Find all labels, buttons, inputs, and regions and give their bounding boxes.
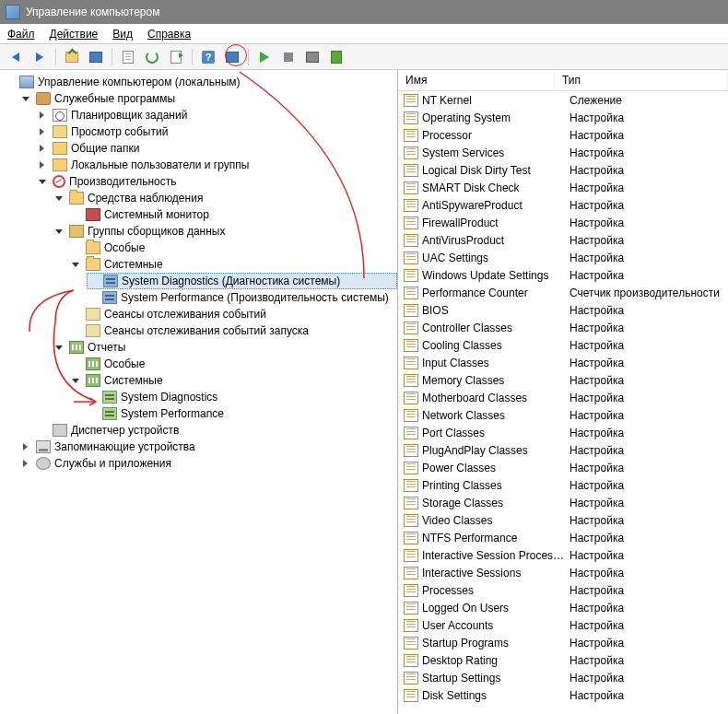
tree-report-system-performance[interactable]: System Performance [87, 405, 397, 422]
list-row[interactable]: Printing ClassesНастройка [398, 476, 728, 494]
list-row[interactable]: Port ClassesНастройка [398, 424, 728, 441]
tree-root[interactable]: Управление компьютером (локальным) [4, 74, 397, 90]
list-row[interactable]: Logged On UsersНастройка [398, 599, 728, 616]
play-button[interactable] [254, 47, 275, 67]
tree-system-monitor[interactable]: Системный монитор [70, 206, 397, 223]
column-header-type[interactable]: Тип [555, 70, 728, 90]
twistie-icon[interactable] [70, 376, 80, 386]
config-item-icon [404, 584, 418, 597]
tree-services-apps[interactable]: Службы и приложения [20, 455, 397, 472]
row-name: Memory Classes [422, 374, 569, 387]
menu-help[interactable]: Справка [147, 28, 191, 41]
row-name: Disk Settings [422, 689, 569, 702]
list-row[interactable]: FirewallProductНастройка [398, 214, 728, 231]
tree-reports-system[interactable]: Системные [70, 372, 397, 389]
twistie-icon[interactable] [20, 94, 30, 104]
tree-report-system-diagnostics[interactable]: System Diagnostics [87, 389, 397, 405]
show-hide-button[interactable] [86, 47, 106, 67]
list-row[interactable]: Startup ProgramsНастройка [398, 634, 728, 651]
tree-system-tools[interactable]: Служебные программы [20, 90, 397, 107]
list-row[interactable]: Interactive Session ProcessesНастройка [398, 546, 728, 564]
tree-system-performance[interactable]: System Performance (Производительность с… [87, 289, 397, 306]
twistie-icon[interactable] [53, 343, 64, 353]
tree-data-collector-sets[interactable]: Группы сборщиков данных [53, 223, 397, 240]
twistie-icon[interactable] [37, 111, 47, 121]
list-row[interactable]: User AccountsНастройка [398, 616, 728, 634]
list-row[interactable]: Input ClassesНастройка [398, 354, 728, 371]
list-row[interactable]: AntiVirusProductНастройка [398, 231, 728, 249]
list-row[interactable]: NT KernelСлежение [398, 91, 728, 109]
list-row[interactable]: Cooling ClassesНастройка [398, 336, 728, 354]
twistie-icon[interactable] [20, 442, 30, 452]
tree-task-scheduler[interactable]: Планировщик заданий [37, 107, 397, 123]
list-row[interactable]: System ServicesНастройка [398, 144, 728, 161]
back-button[interactable] [6, 47, 26, 67]
list-row[interactable]: AntiSpywareProductНастройка [398, 196, 728, 214]
list-row[interactable]: Motherboard ClassesНастройка [398, 389, 728, 406]
forward-button[interactable] [29, 47, 50, 67]
menu-file[interactable]: Файл [7, 28, 35, 41]
tree-local-users[interactable]: Локальные пользователи и группы [37, 157, 397, 173]
list-row[interactable]: Power ClassesНастройка [398, 459, 728, 476]
list-row[interactable]: UAC SettingsНастройка [398, 249, 728, 266]
twistie-icon[interactable] [20, 459, 30, 469]
row-type: Счетчик производительности [569, 287, 728, 299]
list-row[interactable]: Network ClassesНастройка [398, 406, 728, 424]
tree-shared-folders[interactable]: Общие папки [37, 140, 397, 157]
tree-storage[interactable]: Запоминающие устройства [20, 439, 397, 455]
properties-button[interactable] [118, 47, 138, 67]
template-button[interactable] [326, 47, 346, 67]
tree-device-manager[interactable]: Диспетчер устройств [37, 422, 397, 439]
up-button[interactable] [62, 47, 82, 67]
twistie-icon[interactable] [37, 127, 47, 137]
list-row[interactable]: Controller ClassesНастройка [398, 319, 728, 336]
list-row[interactable]: Memory ClassesНастройка [398, 371, 728, 389]
export-button[interactable] [166, 47, 186, 67]
help-button[interactable]: ? [198, 47, 218, 67]
list-row[interactable]: Desktop RatingНастройка [398, 651, 728, 669]
tree-event-viewer[interactable]: Просмотр событий [37, 123, 397, 140]
list-row[interactable]: Storage ClassesНастройка [398, 494, 728, 511]
stop-button[interactable] [278, 47, 299, 67]
list-row[interactable]: BIOSНастройка [398, 301, 728, 319]
twistie-icon[interactable] [37, 144, 47, 154]
list-row[interactable]: Disk SettingsНастройка [398, 686, 728, 704]
tree-system-diagnostics[interactable]: System Diagnostics (Диагностика системы) [87, 273, 397, 289]
tree-dcs-custom[interactable]: Особые [70, 240, 397, 256]
strip-button[interactable] [302, 47, 323, 67]
tree-reports-custom[interactable]: Особые [70, 356, 397, 372]
twistie-icon[interactable] [53, 227, 64, 237]
twistie-icon[interactable] [53, 193, 64, 204]
list-row[interactable]: Windows Update SettingsНастройка [398, 266, 728, 284]
tree-pane[interactable]: Управление компьютером (локальным) Служе… [0, 70, 398, 714]
menu-view[interactable]: Вид [112, 28, 133, 41]
refresh-button[interactable] [142, 47, 162, 67]
list-row[interactable]: Operating SystemНастройка [398, 109, 728, 126]
menu-action[interactable]: Действие [50, 28, 99, 41]
tree-dcs-system[interactable]: Системные [70, 256, 397, 273]
list-row[interactable]: Video ClassesНастройка [398, 511, 728, 529]
list-pane[interactable]: Имя Тип NT KernelСлежениеOperating Syste… [398, 70, 728, 714]
list-row[interactable]: NTFS PerformanceНастройка [398, 529, 728, 546]
column-header-name[interactable]: Имя [398, 70, 555, 90]
config-item-icon [404, 129, 418, 142]
list-row[interactable]: ProcessesНастройка [398, 581, 728, 599]
monitor-button[interactable] [222, 47, 242, 67]
report-item-icon [102, 391, 117, 404]
list-row[interactable]: Performance CounterСчетчик производитель… [398, 284, 728, 301]
tree-reports[interactable]: Отчеты [53, 339, 397, 356]
tree-monitor-tools[interactable]: Средства наблюдения [53, 190, 397, 206]
list-row[interactable]: PlugAndPlay ClassesНастройка [398, 441, 728, 459]
list-row[interactable]: Logical Disk Dirty TestНастройка [398, 161, 728, 179]
twistie-icon[interactable] [37, 160, 47, 170]
list-row[interactable]: Startup SettingsНастройка [398, 669, 728, 686]
list-row[interactable]: Interactive SessionsНастройка [398, 564, 728, 581]
twistie-icon[interactable] [70, 260, 80, 270]
tree-event-sessions-startup[interactable]: Сеансы отслеживания событий запуска [70, 322, 397, 339]
tree-performance[interactable]: Производительность [37, 173, 397, 190]
tree-event-sessions[interactable]: Сеансы отслеживания событий [70, 306, 397, 322]
twistie-icon[interactable] [37, 177, 47, 187]
row-type: Настройка [569, 497, 728, 509]
list-row[interactable]: ProcessorНастройка [398, 126, 728, 144]
list-row[interactable]: SMART Disk CheckНастройка [398, 179, 728, 196]
